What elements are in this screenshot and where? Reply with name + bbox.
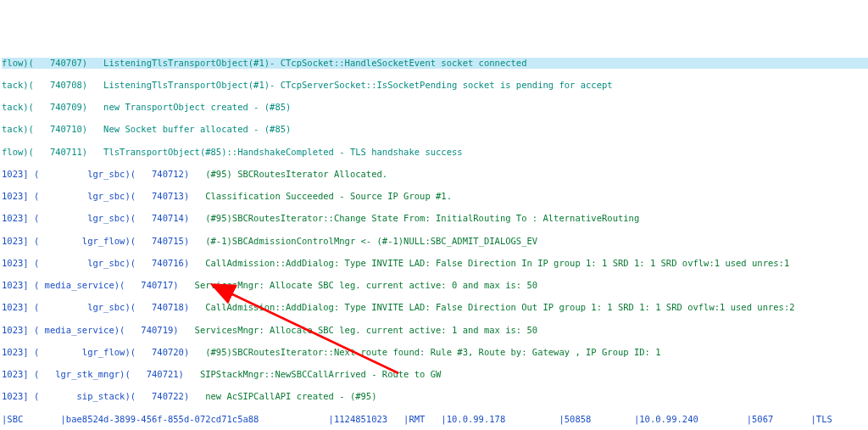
log-row[interactable]: tack)( 740710) New Socket buffer allocat… — [2, 124, 868, 135]
log-row[interactable]: 1023] ( lgr_stk_mngr)( 740721) SIPStackM… — [2, 369, 868, 380]
log-row[interactable]: 1023] ( lgr_sbc)( 740718) CallAdmission:… — [2, 302, 868, 313]
log-row[interactable]: flow)( 740711) TlsTransportObject(#85)::… — [2, 147, 868, 158]
log-row[interactable]: tack)( 740709) new TransportObject creat… — [2, 102, 868, 113]
log-row[interactable]: flow)( 740707) ListeningTlsTransportObje… — [2, 58, 868, 69]
log-row[interactable]: 1023] ( lgr_sbc)( 740712) (#95) SBCRoute… — [2, 169, 868, 180]
log-row[interactable]: 1023] ( media_service)( 740719) Services… — [2, 325, 868, 336]
log-row[interactable]: 1023] ( sip_stack)( 740722) new AcSIPCal… — [2, 391, 868, 402]
log-row[interactable]: 1023] ( media_service)( 740717) Services… — [2, 280, 868, 291]
log-row[interactable]: 1023] ( lgr_sbc)( 740713) Classification… — [2, 191, 868, 202]
log-row[interactable]: 1023] ( lgr_sbc)( 740716) CallAdmission:… — [2, 258, 868, 269]
log-row[interactable]: 1023] ( lgr_flow)( 740715) (#-1)SBCAdmis… — [2, 236, 868, 247]
log-row[interactable]: |SBC |bae8524d-3899-456f-855d-072cd71c5a… — [2, 414, 868, 425]
log-row[interactable]: 1023] ( lgr_flow)( 740720) (#95)SBCRoute… — [2, 347, 868, 358]
log-row[interactable]: tack)( 740708) ListeningTlsTransportObje… — [2, 80, 868, 91]
log-row[interactable]: 1023] ( lgr_sbc)( 740714) (#95)SBCRoutes… — [2, 213, 868, 224]
log-view: flow)( 740707) ListeningTlsTransportObje… — [2, 47, 868, 431]
